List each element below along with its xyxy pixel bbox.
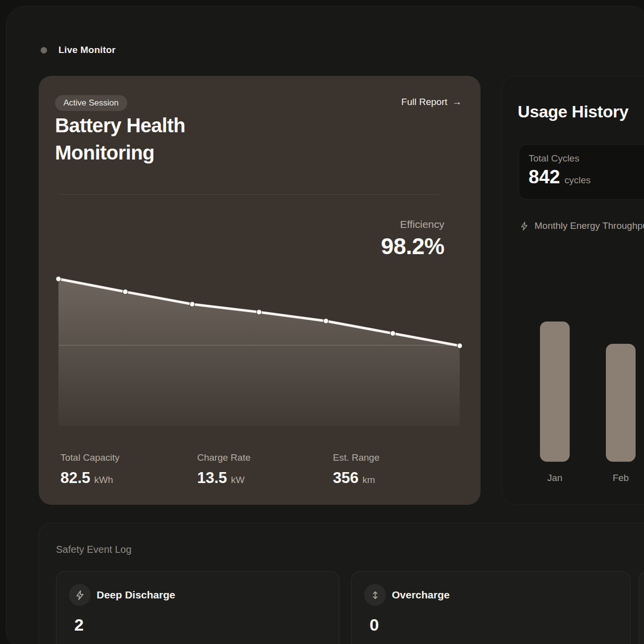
efficiency-value: 98.2% <box>381 233 444 260</box>
stat-label: Charge Rate <box>197 452 251 463</box>
battery-health-card: Active Session Full Report → Battery Hea… <box>39 76 481 505</box>
stat-value: 13.5 <box>197 469 227 487</box>
stat-label: Total Capacity <box>60 452 119 463</box>
stat-unit: km <box>363 475 375 485</box>
stat-charge-rate: Charge Rate 13.5 kW <box>197 452 251 487</box>
efficiency-line-chart <box>58 270 460 429</box>
stat-value: 356 <box>333 469 359 487</box>
total-cycles-tile: Total Cycles 842 cycles <box>519 144 644 200</box>
divider <box>58 194 440 195</box>
safety-event-log-title: Safety Event Log <box>56 544 131 555</box>
full-report-label: Full Report <box>401 97 447 107</box>
event-label: Overcharge <box>392 589 450 601</box>
status-badge: Active Session <box>55 95 127 111</box>
event-icon-circle <box>69 584 91 606</box>
up-down-arrow-icon <box>370 590 380 600</box>
bolt-icon <box>520 221 529 231</box>
lightning-icon <box>75 590 85 600</box>
event-label: Deep Discharge <box>97 589 175 601</box>
live-monitor-label: Live Monitor <box>58 45 115 55</box>
safety-event-log-card: Safety Event Log Deep Discharge 2 Overch… <box>39 523 644 644</box>
efficiency-readout: Efficiency 98.2% <box>381 218 444 260</box>
usage-bar <box>540 322 570 462</box>
total-cycles-unit: cycles <box>564 175 590 186</box>
stat-total-capacity: Total Capacity 82.5 kWh <box>60 452 119 487</box>
stat-value: 82.5 <box>60 469 90 487</box>
stat-unit: kW <box>231 475 244 485</box>
stat-label: Est. Range <box>333 452 379 463</box>
efficiency-label: Efficiency <box>381 218 444 230</box>
bar-label-feb: Feb <box>606 473 636 483</box>
title-line-1: Battery Health <box>55 112 185 139</box>
event-icon-circle <box>364 584 386 606</box>
monthly-throughput-label: Monthly Energy Throughput <box>535 220 644 231</box>
event-card-deep-discharge: Deep Discharge 2 <box>56 571 339 644</box>
full-report-link[interactable]: Full Report → <box>401 97 462 107</box>
event-value: 2 <box>74 615 84 635</box>
stat-est-range: Est. Range 356 km <box>333 452 379 487</box>
usage-bar <box>606 344 636 462</box>
stat-unit: kWh <box>94 475 113 485</box>
monthly-throughput-row: Monthly Energy Throughput <box>520 220 644 231</box>
bar-label-jan: Jan <box>540 473 570 483</box>
event-card-overcharge: Overcharge 0 <box>351 571 631 644</box>
total-cycles-label: Total Cycles <box>529 153 579 164</box>
event-card-partial <box>639 571 644 644</box>
efficiency-area <box>58 279 460 426</box>
event-value: 0 <box>370 615 379 635</box>
arrow-right-icon: → <box>452 97 462 107</box>
total-cycles-value: 842 <box>529 166 560 188</box>
title-line-2: Monitoring <box>55 139 185 166</box>
usage-history-title: Usage History <box>518 102 628 121</box>
status-dot-icon <box>41 47 47 54</box>
usage-history-card: Usage History Total Cycles 842 cycles Mo… <box>502 76 644 505</box>
page-title: Battery Health Monitoring <box>55 112 185 166</box>
